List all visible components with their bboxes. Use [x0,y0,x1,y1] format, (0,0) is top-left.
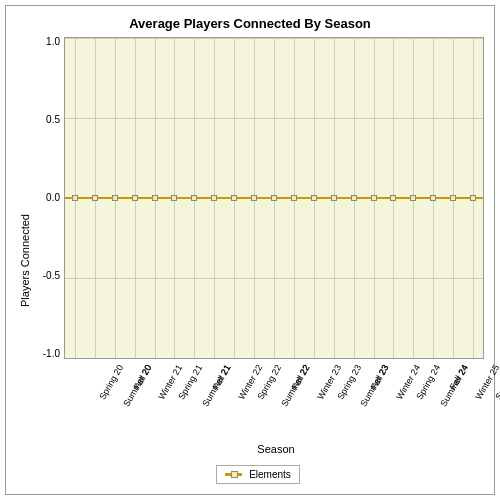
y-tick: 0.5 [46,115,60,125]
plot-area-wrap: 1.00.50.0-0.5-1.0 [32,37,484,359]
y-tick: 1.0 [46,37,60,47]
legend: Elements [216,465,300,484]
data-point [112,195,118,201]
data-point [311,195,317,201]
y-tick: -0.5 [43,271,60,281]
data-point [430,195,436,201]
data-point [470,195,476,201]
y-ticks: 1.00.50.0-0.5-1.0 [32,37,64,359]
chart-inner: 1.00.50.0-0.5-1.0 Spring 20Summer 20Fall… [32,37,484,484]
x-label: Fall 20 [131,363,153,391]
x-axis-title: Season [68,443,484,455]
data-point [231,195,237,201]
data-point [211,195,217,201]
data-point [291,195,297,201]
legend-square-icon [231,471,238,478]
data-point [351,195,357,201]
data-point [251,195,257,201]
chart-title: Average Players Connected By Season [129,16,371,31]
data-point [132,195,138,201]
data-point [92,195,98,201]
data-point [371,195,377,201]
legend-label: Elements [249,469,291,480]
data-point [410,195,416,201]
data-point [191,195,197,201]
chart-container: Average Players Connected By Season Play… [5,5,495,495]
data-point [331,195,337,201]
y-tick: -1.0 [43,349,60,359]
data-point [72,195,78,201]
x-label: Spring 20 [97,363,125,401]
chart-body: Players Connected 1.00.50.0-0.5-1.0 Spri… [16,37,484,484]
data-point [171,195,177,201]
data-point [271,195,277,201]
x-label: Fall 21 [210,363,232,391]
y-tick: 0.0 [46,193,60,203]
data-point [450,195,456,201]
plot-area [64,37,484,359]
x-labels-area: Spring 20Summer 20Fall 20Winter 21Spring… [68,359,484,439]
data-point [152,195,158,201]
y-axis-label: Players Connected [16,37,32,484]
data-point [390,195,396,201]
legend-container: Elements [225,469,291,480]
